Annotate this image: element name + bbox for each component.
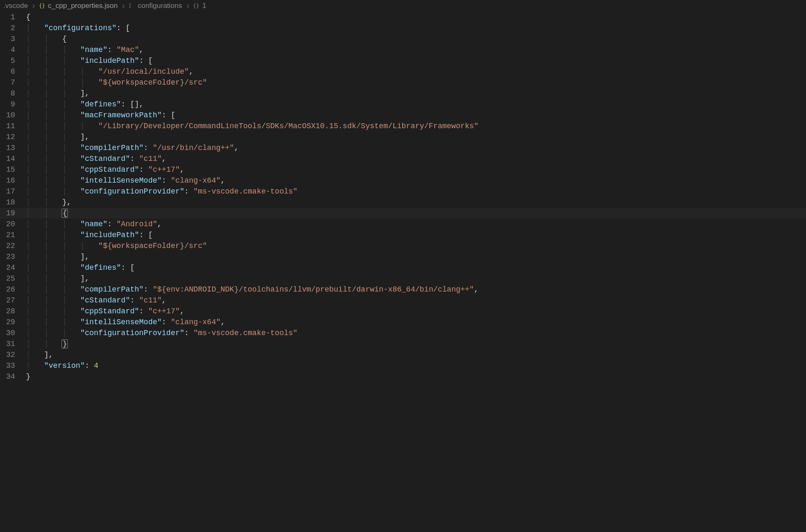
line-number: 3 bbox=[0, 34, 26, 44]
line-number: 18 bbox=[0, 197, 26, 208]
code-line[interactable]: 18│ │ }, bbox=[0, 197, 806, 208]
line-number: 31 bbox=[0, 338, 26, 349]
breadcrumb-path-1[interactable]: configurations bbox=[138, 2, 182, 10]
chevron-right-icon bbox=[185, 2, 191, 10]
line-number: 14 bbox=[0, 153, 26, 164]
line-number: 12 bbox=[0, 132, 26, 142]
code-editor[interactable]: 1{ 2│ "configurations": [ 3│ │ { 4│ │ │ … bbox=[0, 12, 806, 532]
line-number: 21 bbox=[0, 230, 26, 240]
chevron-right-icon bbox=[31, 2, 36, 10]
code-line[interactable]: 3│ │ { bbox=[0, 34, 806, 44]
code-line[interactable]: 16│ │ │ "intelliSenseMode": "clang-x64", bbox=[0, 175, 806, 186]
line-number: 5 bbox=[0, 55, 26, 66]
code-line-current[interactable]: 19│ │ { bbox=[0, 208, 806, 219]
object-icon: {} bbox=[193, 3, 200, 9]
line-number: 24 bbox=[0, 262, 26, 273]
code-line[interactable]: 11│ │ │ │ "/Library/Developer/CommandLin… bbox=[0, 121, 806, 132]
line-number: 32 bbox=[0, 349, 26, 360]
code-line[interactable]: 27│ │ │ "cStandard": "c11", bbox=[0, 295, 806, 306]
json-file-icon: {} bbox=[39, 3, 46, 9]
line-number: 20 bbox=[0, 219, 26, 230]
code-line[interactable]: 13│ │ │ "compilerPath": "/usr/bin/clang+… bbox=[0, 142, 806, 153]
line-number: 30 bbox=[0, 328, 26, 338]
breadcrumb-folder[interactable]: .vscode bbox=[3, 2, 28, 10]
line-number: 16 bbox=[0, 175, 26, 186]
line-number: 25 bbox=[0, 273, 26, 284]
line-number: 7 bbox=[0, 77, 26, 88]
code-line[interactable]: 22│ │ │ │ "${workspaceFolder}/src" bbox=[0, 240, 806, 251]
code-line[interactable]: 2│ "configurations": [ bbox=[0, 23, 806, 34]
array-icon: [ ] bbox=[129, 3, 135, 9]
code-line[interactable]: 5│ │ │ "includePath": [ bbox=[0, 55, 806, 66]
line-number: 28 bbox=[0, 306, 26, 317]
code-line[interactable]: 10│ │ │ "macFrameworkPath": [ bbox=[0, 110, 806, 121]
line-number: 1 bbox=[0, 12, 26, 23]
code-line[interactable]: 34} bbox=[0, 371, 806, 382]
line-number: 23 bbox=[0, 251, 26, 262]
line-number: 26 bbox=[0, 284, 26, 295]
line-number: 29 bbox=[0, 317, 26, 328]
svg-text:{}: {} bbox=[193, 3, 199, 9]
code-line[interactable]: 23│ │ │ ], bbox=[0, 251, 806, 262]
code-line[interactable]: 9│ │ │ "defines": [], bbox=[0, 99, 806, 110]
matching-brace-open: { bbox=[62, 209, 68, 218]
breadcrumb[interactable]: .vscode {} c_cpp_properties.json [ ] con… bbox=[0, 0, 806, 12]
code-line[interactable]: 24│ │ │ "defines": [ bbox=[0, 262, 806, 273]
line-number: 8 bbox=[0, 88, 26, 99]
line-number: 19 bbox=[0, 208, 26, 219]
breadcrumb-path-2[interactable]: 1 bbox=[202, 2, 206, 10]
line-number: 11 bbox=[0, 121, 26, 132]
breadcrumb-file[interactable]: c_cpp_properties.json bbox=[48, 2, 118, 10]
code-line[interactable]: 33│ "version": 4 bbox=[0, 360, 806, 371]
line-number: 10 bbox=[0, 110, 26, 121]
line-number: 34 bbox=[0, 371, 26, 382]
line-number: 4 bbox=[0, 44, 26, 55]
line-number: 15 bbox=[0, 164, 26, 175]
code-line[interactable]: 14│ │ │ "cStandard": "c11", bbox=[0, 153, 806, 164]
code-line[interactable]: 26│ │ │ "compilerPath": "${env:ANDROID_N… bbox=[0, 284, 806, 295]
code-line[interactable]: 8│ │ │ ], bbox=[0, 88, 806, 99]
chevron-right-icon bbox=[120, 2, 126, 10]
code-line[interactable]: 6│ │ │ │ "/usr/local/include", bbox=[0, 66, 806, 77]
line-number: 2 bbox=[0, 23, 26, 34]
code-line[interactable]: 29│ │ │ "intelliSenseMode": "clang-x64", bbox=[0, 317, 806, 328]
line-number: 9 bbox=[0, 99, 26, 110]
matching-brace-close: } bbox=[62, 339, 68, 349]
code-line[interactable]: 32│ ], bbox=[0, 349, 806, 360]
line-number: 33 bbox=[0, 360, 26, 371]
line-number: 17 bbox=[0, 186, 26, 197]
code-line[interactable]: 30│ │ │ "configurationProvider": "ms-vsc… bbox=[0, 328, 806, 338]
line-number: 6 bbox=[0, 66, 26, 77]
code-line[interactable]: 7│ │ │ │ "${workspaceFolder}/src" bbox=[0, 77, 806, 88]
code-line[interactable]: 28│ │ │ "cppStandard": "c++17", bbox=[0, 306, 806, 317]
line-number: 27 bbox=[0, 295, 26, 306]
code-line[interactable]: 25│ │ │ ], bbox=[0, 273, 806, 284]
code-line[interactable]: 31│ │ } bbox=[0, 338, 806, 349]
code-line[interactable]: 17│ │ │ "configurationProvider": "ms-vsc… bbox=[0, 186, 806, 197]
line-number: 22 bbox=[0, 240, 26, 251]
code-line[interactable]: 20│ │ │ "name": "Android", bbox=[0, 219, 806, 230]
line-number: 13 bbox=[0, 142, 26, 153]
code-line[interactable]: 15│ │ │ "cppStandard": "c++17", bbox=[0, 164, 806, 175]
svg-text:{}: {} bbox=[39, 3, 45, 9]
code-line[interactable]: 21│ │ │ "includePath": [ bbox=[0, 230, 806, 240]
code-line[interactable]: 4│ │ │ "name": "Mac", bbox=[0, 44, 806, 55]
svg-text:[ ]: [ ] bbox=[129, 3, 135, 9]
code-line[interactable]: 1{ bbox=[0, 12, 806, 23]
code-line[interactable]: 12│ │ │ ], bbox=[0, 132, 806, 142]
